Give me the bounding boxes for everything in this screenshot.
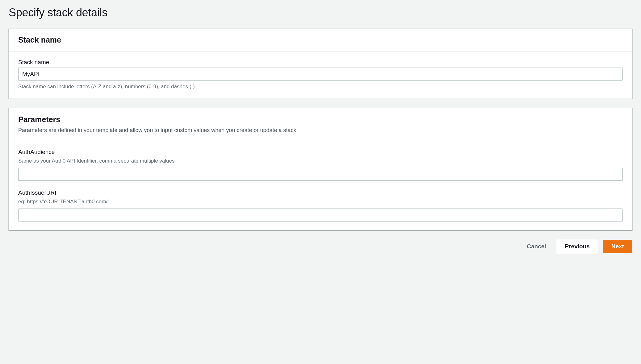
- auth-audience-label: AuthAudience: [18, 149, 623, 155]
- stack-name-panel-body: Stack name Stack name can include letter…: [9, 52, 632, 98]
- previous-button[interactable]: Previous: [557, 240, 598, 253]
- stack-name-panel-header: Stack name: [9, 29, 632, 52]
- auth-audience-hint: Same as your Auth0 API Identifier, comma…: [18, 157, 623, 165]
- actions-row: Cancel Previous Next: [9, 240, 632, 253]
- stack-name-panel-title: Stack name: [18, 35, 623, 44]
- param-auth-issuer-uri: AuthIssuerURI eg: https://YOUR-TENANT.au…: [18, 189, 623, 221]
- parameters-panel-header: Parameters Parameters are defined in you…: [9, 108, 632, 141]
- auth-issuer-uri-input[interactable]: [18, 209, 623, 221]
- stack-name-panel: Stack name Stack name Stack name can inc…: [9, 28, 632, 99]
- auth-issuer-uri-label: AuthIssuerURI: [18, 189, 623, 196]
- parameters-panel-subtitle: Parameters are defined in your template …: [18, 126, 623, 134]
- page-title: Specify stack details: [9, 6, 632, 19]
- auth-issuer-uri-hint: eg: https://YOUR-TENANT.auth0.com/: [18, 198, 623, 205]
- stack-name-label: Stack name: [18, 59, 623, 66]
- next-button[interactable]: Next: [603, 240, 632, 253]
- param-auth-audience: AuthAudience Same as your Auth0 API Iden…: [18, 149, 623, 181]
- stack-name-input[interactable]: [18, 68, 623, 81]
- stack-name-hint: Stack name can include letters (A-Z and …: [18, 84, 623, 90]
- cancel-button[interactable]: Cancel: [521, 240, 551, 253]
- parameters-panel-body: AuthAudience Same as your Auth0 API Iden…: [9, 141, 632, 230]
- parameters-panel: Parameters Parameters are defined in you…: [9, 108, 632, 230]
- auth-audience-input[interactable]: [18, 168, 623, 181]
- parameters-panel-title: Parameters: [18, 115, 623, 124]
